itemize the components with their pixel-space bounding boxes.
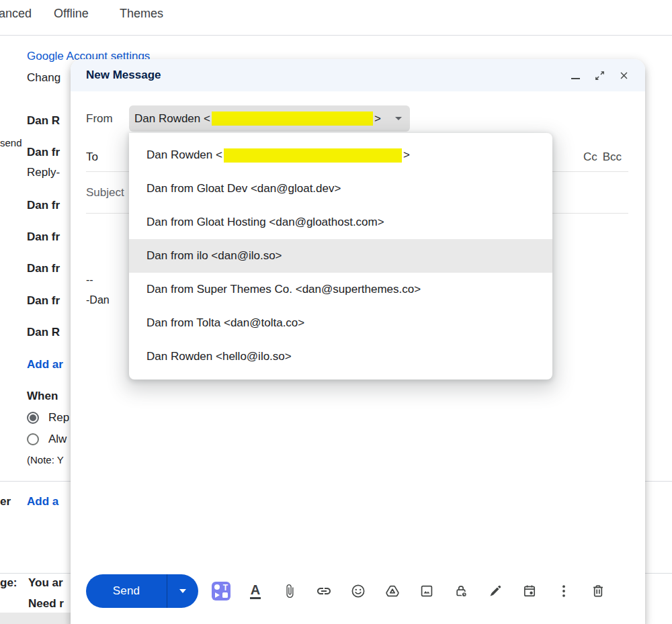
- more-options-icon[interactable]: [556, 583, 572, 599]
- from-menu-item[interactable]: Dan from Super Themes Co. <dan@superthem…: [129, 273, 552, 306]
- sender-row: Dan R: [27, 326, 60, 339]
- from-selected-prefix: Dan Rowden <: [134, 112, 210, 126]
- sender-row: Dan fr: [27, 230, 60, 244]
- note-fragment: (Note: Y: [27, 454, 64, 465]
- trash-icon[interactable]: [590, 583, 606, 599]
- when-label: When: [27, 390, 58, 403]
- you-are-fragment: You ar: [28, 576, 63, 590]
- sender-row: Dan fr: [27, 199, 60, 212]
- need-fragment: Need r: [28, 597, 64, 611]
- tab-offline[interactable]: Offline: [54, 7, 89, 21]
- radio-always-label: Alw: [48, 433, 67, 446]
- to-label: To: [86, 150, 98, 164]
- add-another-address-link[interactable]: Add ar: [27, 358, 63, 371]
- signature-icon[interactable]: [487, 583, 503, 599]
- from-row: From Dan Rowden < >: [86, 105, 645, 132]
- send-fragment: send: [0, 137, 22, 148]
- tab-themes[interactable]: Themes: [120, 7, 163, 21]
- chevron-down-icon: [179, 589, 186, 593]
- tab-advanced[interactable]: anced: [0, 7, 32, 21]
- change-fragment: Chang: [27, 71, 60, 85]
- sender-row: Dan R: [27, 114, 60, 128]
- calendar-icon[interactable]: [521, 583, 538, 599]
- confidential-mode-icon[interactable]: [453, 583, 469, 599]
- send-button-group: Send: [86, 574, 198, 608]
- from-address-selector[interactable]: Dan Rowden < >: [129, 105, 410, 132]
- add-mail-account-link[interactable]: Add a: [27, 495, 58, 508]
- from-menu-item[interactable]: Dan Rowden < >: [129, 138, 552, 172]
- from-menu-item[interactable]: Dan from Tolta <dan@tolta.co>: [129, 306, 552, 340]
- from-address-menu: Dan Rowden < > Dan from Gloat Dev <dan@g…: [129, 133, 552, 380]
- storage-label-fragment: ge:: [0, 576, 17, 590]
- help-me-write-icon[interactable]: T: [212, 582, 230, 600]
- insert-emoji-icon[interactable]: [350, 583, 366, 599]
- attach-file-icon[interactable]: [282, 583, 298, 599]
- minimize-icon[interactable]: [569, 69, 582, 82]
- send-button[interactable]: Send: [86, 584, 167, 598]
- cc-button[interactable]: Cc: [583, 150, 597, 164]
- bottom-band: [0, 613, 71, 624]
- sender-row: Dan fr: [27, 262, 60, 275]
- from-selected-suffix: >: [374, 112, 381, 126]
- subject-placeholder: Subject: [86, 186, 124, 199]
- sender-row: Dan fr: [27, 294, 60, 308]
- chevron-down-icon: [395, 117, 402, 120]
- compose-title: New Message: [86, 69, 161, 82]
- from-menu-item[interactable]: Dan from Gloat Dev <dan@gloat.dev>: [129, 172, 552, 206]
- text-formatting-icon[interactable]: A: [247, 583, 263, 599]
- radio-reply-label: Rep: [48, 411, 69, 425]
- google-drive-icon[interactable]: [384, 583, 401, 599]
- from-menu-item-selected[interactable]: Dan from ilo <dan@ilo.so>: [129, 239, 552, 273]
- radio-always-reply[interactable]: [27, 433, 39, 445]
- from-label: From: [86, 112, 129, 126]
- insert-photo-icon[interactable]: [419, 583, 435, 599]
- expand-icon[interactable]: [593, 69, 606, 82]
- bcc-button[interactable]: Bcc: [603, 150, 622, 164]
- redacted-email: [212, 112, 373, 126]
- radio-reply-same-address[interactable]: [27, 412, 39, 424]
- compose-toolbar: Send T A: [71, 574, 645, 608]
- close-icon[interactable]: [617, 69, 630, 82]
- row-label-fragment: er: [0, 495, 11, 508]
- reply-fragment: Reply-: [27, 166, 60, 179]
- tabs-divider: [0, 35, 672, 36]
- from-menu-item[interactable]: Dan from Gloat Hosting <dan@gloathost.co…: [129, 206, 552, 239]
- compose-header[interactable]: New Message: [71, 59, 645, 91]
- sender-row: Dan fr: [27, 146, 60, 159]
- send-options-button[interactable]: [167, 589, 198, 593]
- insert-link-icon[interactable]: [316, 583, 332, 599]
- compose-window: New Message From Dan Rowden < > To Cc Bc…: [71, 59, 645, 624]
- from-menu-item[interactable]: Dan Rowden <hello@ilo.so>: [129, 340, 552, 373]
- redacted-email: [224, 148, 402, 163]
